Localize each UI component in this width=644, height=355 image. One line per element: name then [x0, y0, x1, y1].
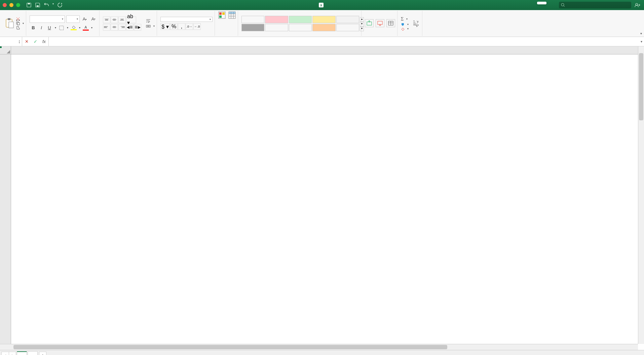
style-hyperlink[interactable]: [289, 24, 312, 31]
style-bad[interactable]: [265, 16, 288, 23]
style-normal[interactable]: [241, 16, 264, 23]
wrap-text-button[interactable]: [146, 19, 155, 23]
close-window-button[interactable]: [3, 3, 7, 7]
undo-icon[interactable]: [44, 2, 49, 8]
sheet-tab-sheet1[interactable]: [17, 351, 27, 355]
vertical-scrollbar[interactable]: [638, 46, 644, 344]
font-color-dropdown[interactable]: ▾: [90, 24, 93, 32]
format-painter-button[interactable]: [16, 26, 24, 30]
currency-button[interactable]: $ ▾: [160, 23, 170, 30]
vertical-scroll-thumb[interactable]: [639, 53, 643, 120]
conditional-formatting-button[interactable]: [218, 11, 226, 35]
ribbon-collapse-button[interactable]: ▾: [640, 32, 642, 35]
increase-indent-button[interactable]: ≡▸: [134, 24, 141, 31]
worksheet-grid: [0, 46, 644, 350]
border-dropdown[interactable]: ▾: [66, 24, 69, 32]
cancel-edit-button[interactable]: ✕: [22, 39, 31, 44]
bucket-icon: [71, 26, 76, 29]
font-color-button[interactable]: A: [82, 24, 89, 32]
svg-rect-8: [8, 18, 10, 20]
style-neutral[interactable]: [312, 16, 335, 23]
decrease-decimal-button[interactable]: ←.0: [193, 23, 201, 30]
svg-rect-18: [222, 12, 225, 15]
autosum-button[interactable]: Σ ▾: [401, 16, 409, 22]
align-center-button[interactable]: [111, 24, 118, 31]
delete-cells-button[interactable]: [376, 19, 384, 28]
align-right-button[interactable]: [118, 24, 126, 31]
accept-edit-button[interactable]: ✓: [31, 39, 40, 44]
share-button[interactable]: [635, 3, 641, 7]
comma-button[interactable]: ,: [178, 23, 185, 30]
cell-styles-gallery[interactable]: ▴ ▾ ▾: [241, 16, 359, 31]
wrap-icon: [146, 19, 151, 23]
expand-formula-bar-button[interactable]: ▾: [639, 40, 644, 43]
insert-cells-button[interactable]: [365, 19, 374, 28]
font-size-combo[interactable]: ▾: [66, 15, 80, 23]
save-icon[interactable]: [35, 2, 40, 8]
italic-button[interactable]: I: [38, 24, 45, 32]
title-bar: ▾ x: [0, 0, 644, 10]
increase-font-button[interactable]: A▴: [81, 15, 88, 23]
formula-input[interactable]: [49, 39, 639, 44]
align-bottom-button[interactable]: [118, 16, 126, 23]
format-cells-button[interactable]: [386, 19, 395, 28]
svg-text:x: x: [320, 3, 322, 7]
style-explanatory[interactable]: [265, 24, 288, 31]
styles-scroll-up[interactable]: ▴: [360, 17, 364, 22]
percent-button[interactable]: %: [170, 23, 178, 30]
fill-down-icon: [401, 23, 405, 26]
align-middle-button[interactable]: [111, 16, 118, 23]
cells-area[interactable]: [11, 54, 638, 344]
copy-icon: [16, 22, 20, 25]
search-sheet-box[interactable]: [559, 2, 631, 8]
bold-button[interactable]: B: [30, 24, 37, 32]
add-sheet-button[interactable]: +: [39, 352, 46, 355]
style-calculation[interactable]: [336, 16, 359, 23]
redo-icon[interactable]: [57, 2, 63, 8]
fill-button[interactable]: ▾: [401, 23, 409, 26]
format-as-table-button[interactable]: [228, 11, 236, 35]
number-format-combo[interactable]: ▾: [160, 17, 213, 22]
style-check-cell[interactable]: [241, 24, 264, 31]
svg-rect-9: [9, 22, 13, 28]
select-all-corner[interactable]: [0, 46, 11, 54]
paste-button[interactable]: [5, 18, 14, 29]
search-sheet-input[interactable]: [566, 3, 629, 7]
clear-button[interactable]: ▾: [401, 27, 409, 31]
fill-color-button[interactable]: [70, 24, 77, 32]
style-linked-cell[interactable]: [336, 24, 359, 31]
decrease-indent-button[interactable]: ◂≡: [126, 24, 134, 31]
sort-filter-button[interactable]: [412, 19, 420, 28]
sheet-tab-sheet2[interactable]: [28, 351, 38, 355]
copy-button[interactable]: ▾: [16, 22, 24, 25]
orientation-button[interactable]: ab ▾: [126, 16, 136, 23]
underline-button[interactable]: U: [46, 24, 53, 32]
tab-scroll-left-button[interactable]: ◂: [1, 352, 9, 355]
minimize-window-button[interactable]: [9, 3, 13, 7]
tab-scroll-right-button[interactable]: ▸: [9, 352, 16, 355]
fx-button[interactable]: fx: [40, 39, 48, 44]
align-left-button[interactable]: [103, 24, 110, 31]
styles-more[interactable]: ▾: [360, 27, 364, 31]
cut-button[interactable]: [16, 17, 24, 21]
autosave-icon[interactable]: [26, 2, 32, 8]
style-good[interactable]: [289, 16, 312, 23]
merge-center-button[interactable]: ▾: [146, 24, 155, 28]
align-top-button[interactable]: [103, 16, 110, 23]
border-button[interactable]: [58, 24, 65, 32]
sheet-tab-bar: ◂ ▸ +: [0, 350, 644, 355]
undo-dropdown-icon[interactable]: ▾: [52, 2, 54, 8]
formula-bar: ▴▾ ✕ ✓ fx ▾: [0, 37, 644, 46]
name-box[interactable]: ▴▾: [0, 37, 22, 46]
svg-rect-13: [17, 23, 20, 25]
horizontal-scrollbar[interactable]: [0, 344, 638, 350]
increase-decimal-button[interactable]: .0→: [186, 23, 193, 30]
underline-dropdown[interactable]: ▾: [54, 24, 57, 32]
fill-color-dropdown[interactable]: ▾: [78, 24, 81, 32]
font-name-combo[interactable]: ▾: [30, 15, 65, 23]
decrease-font-button[interactable]: A▾: [90, 15, 97, 23]
zoom-window-button[interactable]: [16, 3, 20, 7]
horizontal-scroll-thumb[interactable]: [13, 345, 447, 349]
style-input[interactable]: [312, 24, 335, 31]
styles-scroll-down[interactable]: ▾: [360, 22, 364, 27]
